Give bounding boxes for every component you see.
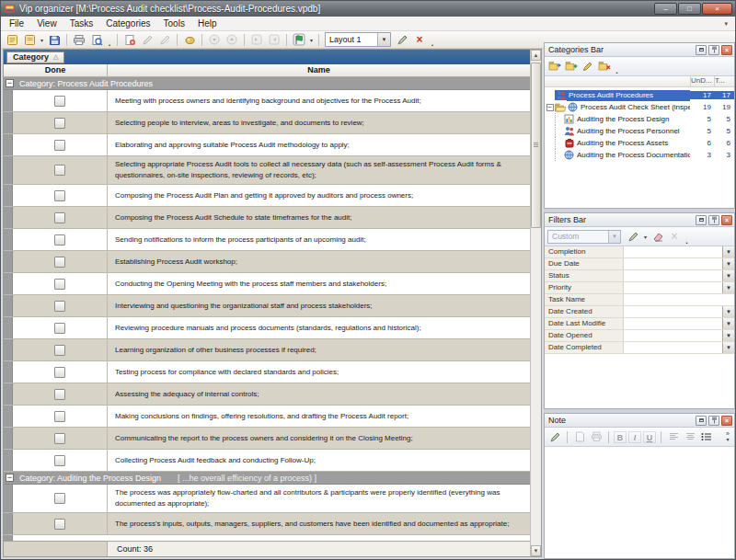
- new-subcategory-button[interactable]: [564, 60, 579, 74]
- filter-value[interactable]: [624, 270, 722, 281]
- menu-tools[interactable]: Tools: [157, 17, 191, 29]
- checklist-row[interactable]: Learning organization of other business …: [4, 339, 530, 361]
- done-checkbox[interactable]: [54, 411, 65, 422]
- new-note-menu-button[interactable]: [21, 32, 38, 47]
- scroll-up-icon[interactable]: ▲: [531, 50, 541, 61]
- done-checkbox[interactable]: [54, 96, 65, 107]
- category-band[interactable]: −Category: Process Audit Procedures: [4, 77, 530, 90]
- align-left-button[interactable]: [666, 430, 681, 444]
- save-button[interactable]: [46, 32, 63, 47]
- filters-restore-icon[interactable]: [696, 215, 707, 225]
- maximize-button[interactable]: □: [678, 3, 701, 15]
- note-content[interactable]: [545, 447, 734, 558]
- underline-button[interactable]: U: [643, 431, 656, 443]
- filters-close-icon[interactable]: ×: [721, 215, 732, 225]
- checklist-row[interactable]: Establishing Process Audit workshop;: [4, 251, 530, 273]
- apply-filter-dropdown-icon[interactable]: ▾: [642, 234, 649, 240]
- column-header-name[interactable]: Name: [108, 64, 530, 76]
- filter-row[interactable]: Date Opened▼: [545, 330, 734, 342]
- filter-row[interactable]: Task Name: [545, 294, 734, 306]
- done-checkbox[interactable]: [54, 493, 65, 504]
- clear-filter-button[interactable]: [650, 230, 665, 244]
- done-checkbox[interactable]: [54, 190, 65, 201]
- filter-value[interactable]: [624, 306, 722, 317]
- print-note-button[interactable]: [589, 430, 604, 444]
- demote-button[interactable]: [248, 32, 265, 47]
- filter-dropdown-icon[interactable]: ▼: [722, 330, 734, 341]
- italic-button[interactable]: I: [628, 431, 641, 443]
- filter-row[interactable]: Due Date▼: [545, 258, 734, 270]
- filter-dropdown-icon[interactable]: ▼: [722, 318, 734, 329]
- done-checkbox[interactable]: [54, 433, 65, 444]
- checklist-row[interactable]: Communicating the report to the process …: [4, 428, 530, 450]
- menu-tasks[interactable]: Tasks: [63, 17, 100, 29]
- filter-dropdown-icon[interactable]: ▼: [722, 246, 734, 257]
- checklist-row[interactable]: Composing the Process Audit Schedule to …: [4, 207, 530, 229]
- add-task-button[interactable]: [121, 32, 138, 47]
- filter-value[interactable]: [624, 318, 722, 329]
- assign-button[interactable]: [181, 32, 198, 47]
- filter-value[interactable]: [624, 342, 722, 353]
- filter-value[interactable]: [624, 282, 722, 293]
- move-down-button[interactable]: [206, 32, 223, 47]
- note-toolbar-overflow-icon[interactable]: »▾: [723, 431, 734, 442]
- column-header-done[interactable]: Done: [4, 64, 108, 76]
- menu-file[interactable]: File: [3, 17, 30, 29]
- category-tree-item[interactable]: −Process Audit Check Sheet (inspecting t…: [545, 101, 734, 113]
- new-category-button[interactable]: [547, 60, 562, 74]
- toolbar-overflow2-icon[interactable]: .: [429, 39, 436, 48]
- done-checkbox[interactable]: [54, 455, 65, 466]
- checklist-row[interactable]: Selecting appropriate Process Audit tool…: [4, 156, 530, 185]
- filter-dropdown-icon[interactable]: ▼: [722, 270, 734, 281]
- done-checkbox[interactable]: [54, 234, 65, 246]
- checklist-row[interactable]: Conducting the Opening Meeting with the …: [4, 273, 530, 295]
- categories-restore-icon[interactable]: [696, 45, 707, 55]
- apply-layout-button[interactable]: [394, 32, 410, 47]
- column-undone[interactable]: UnD...: [690, 76, 714, 86]
- bullet-list-button[interactable]: [699, 430, 714, 444]
- category-tree-item[interactable]: Auditing the Process Design55: [545, 113, 734, 125]
- checklist-row[interactable]: Testing process for compliance with decl…: [4, 361, 530, 383]
- checklist-row[interactable]: Reviewing procedure manuals and process …: [4, 317, 530, 339]
- new-note-dropdown-icon[interactable]: ▾: [39, 37, 45, 43]
- print-preview-button[interactable]: [88, 32, 105, 47]
- note-restore-icon[interactable]: [696, 416, 707, 426]
- checklist-row[interactable]: Composing the Process Audit Plan and get…: [4, 185, 530, 207]
- done-checkbox[interactable]: [54, 257, 65, 268]
- filter-row[interactable]: Status▼: [545, 270, 734, 282]
- done-checkbox[interactable]: [54, 118, 65, 129]
- menu-help[interactable]: Help: [191, 17, 224, 29]
- note-close-icon[interactable]: ×: [721, 416, 732, 426]
- checklist-row[interactable]: Assessing the adequacy of internal contr…: [4, 383, 530, 406]
- filter-value[interactable]: [624, 246, 722, 257]
- edit-category-button[interactable]: [581, 60, 595, 74]
- filter-value[interactable]: [624, 330, 722, 341]
- collapse-group-icon[interactable]: −: [6, 474, 14, 482]
- apply-filter-button[interactable]: [626, 230, 640, 244]
- filter-value[interactable]: [624, 294, 734, 305]
- menu-overflow-icon[interactable]: ▾: [724, 20, 733, 28]
- move-up-button[interactable]: [224, 32, 240, 47]
- scroll-down-icon[interactable]: ▼: [531, 545, 541, 556]
- edit-note-button[interactable]: [547, 430, 562, 444]
- vertical-scrollbar[interactable]: ▲ ▼: [530, 50, 541, 556]
- align-center-button[interactable]: [683, 430, 697, 444]
- filters-pin-icon[interactable]: [708, 215, 719, 225]
- checklist-row[interactable]: The process's inputs, outputs, managers,…: [4, 513, 530, 535]
- layout-combobox[interactable]: Layout 1 ▼: [325, 32, 391, 47]
- done-checkbox[interactable]: [54, 389, 65, 400]
- group-by-category-chip[interactable]: Category △: [6, 51, 64, 63]
- filter-row[interactable]: Date Created▼: [545, 306, 734, 318]
- done-checkbox[interactable]: [54, 367, 65, 378]
- note-pin-icon[interactable]: [708, 416, 719, 426]
- filter-row[interactable]: Date Last Modifie▼: [545, 318, 734, 330]
- done-checkbox[interactable]: [54, 519, 65, 530]
- collapse-group-icon[interactable]: −: [6, 79, 14, 87]
- category-tree-item[interactable]: Process Audit Procedures1717: [545, 89, 734, 101]
- filters-toolbar-overflow-icon[interactable]: .: [684, 237, 690, 246]
- category-tree-item[interactable]: Auditing the Process Personnel55: [545, 125, 734, 137]
- new-note-page-button[interactable]: [572, 430, 587, 444]
- column-total[interactable]: T...: [714, 76, 734, 86]
- filter-dropdown-icon[interactable]: ▼: [722, 282, 734, 293]
- filter-dropdown-icon[interactable]: ▼: [722, 342, 734, 353]
